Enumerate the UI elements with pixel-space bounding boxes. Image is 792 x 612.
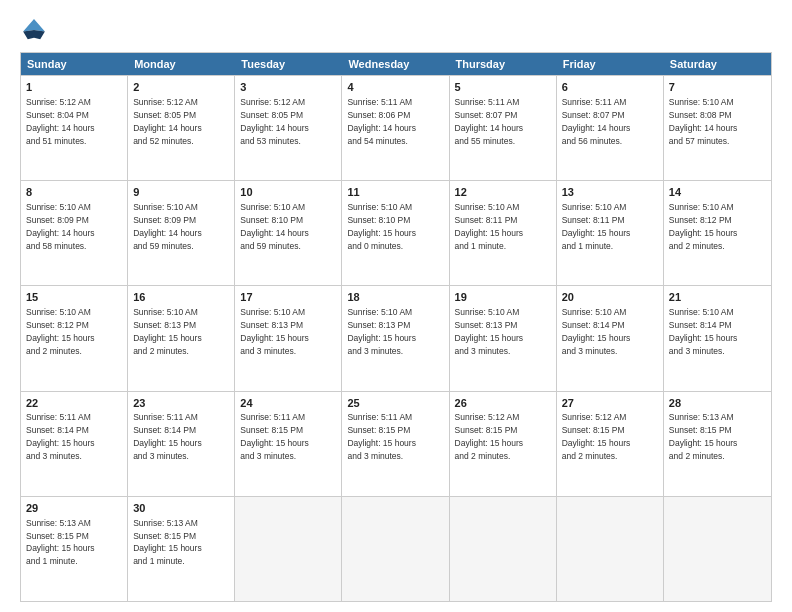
calendar-cell: 9 Sunrise: 5:10 AMSunset: 8:09 PMDayligh… bbox=[128, 181, 235, 285]
cell-info: Sunrise: 5:10 AMSunset: 8:08 PMDaylight:… bbox=[669, 97, 738, 146]
calendar-cell: 10 Sunrise: 5:10 AMSunset: 8:10 PMDaylig… bbox=[235, 181, 342, 285]
day-number: 15 bbox=[26, 290, 122, 305]
cell-info: Sunrise: 5:11 AMSunset: 8:15 PMDaylight:… bbox=[347, 412, 416, 461]
day-number: 1 bbox=[26, 80, 122, 95]
cell-info: Sunrise: 5:10 AMSunset: 8:09 PMDaylight:… bbox=[26, 202, 95, 251]
cell-info: Sunrise: 5:10 AMSunset: 8:14 PMDaylight:… bbox=[669, 307, 738, 356]
day-number: 29 bbox=[26, 501, 122, 516]
calendar-cell: 20 Sunrise: 5:10 AMSunset: 8:14 PMDaylig… bbox=[557, 286, 664, 390]
calendar-header: SundayMondayTuesdayWednesdayThursdayFrid… bbox=[21, 53, 771, 75]
calendar-cell: 8 Sunrise: 5:10 AMSunset: 8:09 PMDayligh… bbox=[21, 181, 128, 285]
calendar: SundayMondayTuesdayWednesdayThursdayFrid… bbox=[20, 52, 772, 602]
header-day-wednesday: Wednesday bbox=[342, 53, 449, 75]
day-number: 4 bbox=[347, 80, 443, 95]
cell-info: Sunrise: 5:10 AMSunset: 8:13 PMDaylight:… bbox=[133, 307, 202, 356]
page: SundayMondayTuesdayWednesdayThursdayFrid… bbox=[0, 0, 792, 612]
day-number: 3 bbox=[240, 80, 336, 95]
cell-info: Sunrise: 5:11 AMSunset: 8:06 PMDaylight:… bbox=[347, 97, 416, 146]
day-number: 10 bbox=[240, 185, 336, 200]
cell-info: Sunrise: 5:13 AMSunset: 8:15 PMDaylight:… bbox=[669, 412, 738, 461]
day-number: 6 bbox=[562, 80, 658, 95]
cell-info: Sunrise: 5:11 AMSunset: 8:14 PMDaylight:… bbox=[26, 412, 95, 461]
calendar-cell: 21 Sunrise: 5:10 AMSunset: 8:14 PMDaylig… bbox=[664, 286, 771, 390]
header-day-friday: Friday bbox=[557, 53, 664, 75]
day-number: 27 bbox=[562, 396, 658, 411]
calendar-cell: 2 Sunrise: 5:12 AMSunset: 8:05 PMDayligh… bbox=[128, 76, 235, 180]
calendar-cell: 15 Sunrise: 5:10 AMSunset: 8:12 PMDaylig… bbox=[21, 286, 128, 390]
cell-info: Sunrise: 5:10 AMSunset: 8:13 PMDaylight:… bbox=[455, 307, 524, 356]
day-number: 12 bbox=[455, 185, 551, 200]
calendar-cell: 12 Sunrise: 5:10 AMSunset: 8:11 PMDaylig… bbox=[450, 181, 557, 285]
calendar-cell: 27 Sunrise: 5:12 AMSunset: 8:15 PMDaylig… bbox=[557, 392, 664, 496]
calendar-cell: 5 Sunrise: 5:11 AMSunset: 8:07 PMDayligh… bbox=[450, 76, 557, 180]
calendar-row-1: 1 Sunrise: 5:12 AMSunset: 8:04 PMDayligh… bbox=[21, 75, 771, 180]
header-day-tuesday: Tuesday bbox=[235, 53, 342, 75]
calendar-row-2: 8 Sunrise: 5:10 AMSunset: 8:09 PMDayligh… bbox=[21, 180, 771, 285]
calendar-cell: 6 Sunrise: 5:11 AMSunset: 8:07 PMDayligh… bbox=[557, 76, 664, 180]
calendar-cell: 29 Sunrise: 5:13 AMSunset: 8:15 PMDaylig… bbox=[21, 497, 128, 601]
header-day-monday: Monday bbox=[128, 53, 235, 75]
day-number: 26 bbox=[455, 396, 551, 411]
day-number: 21 bbox=[669, 290, 766, 305]
logo bbox=[20, 16, 52, 44]
cell-info: Sunrise: 5:12 AMSunset: 8:05 PMDaylight:… bbox=[133, 97, 202, 146]
day-number: 25 bbox=[347, 396, 443, 411]
cell-info: Sunrise: 5:13 AMSunset: 8:15 PMDaylight:… bbox=[26, 518, 95, 567]
calendar-cell bbox=[235, 497, 342, 601]
day-number: 20 bbox=[562, 290, 658, 305]
cell-info: Sunrise: 5:11 AMSunset: 8:07 PMDaylight:… bbox=[562, 97, 631, 146]
day-number: 23 bbox=[133, 396, 229, 411]
day-number: 22 bbox=[26, 396, 122, 411]
calendar-cell bbox=[342, 497, 449, 601]
calendar-cell: 24 Sunrise: 5:11 AMSunset: 8:15 PMDaylig… bbox=[235, 392, 342, 496]
header-day-sunday: Sunday bbox=[21, 53, 128, 75]
cell-info: Sunrise: 5:12 AMSunset: 8:15 PMDaylight:… bbox=[562, 412, 631, 461]
calendar-cell: 17 Sunrise: 5:10 AMSunset: 8:13 PMDaylig… bbox=[235, 286, 342, 390]
calendar-row-4: 22 Sunrise: 5:11 AMSunset: 8:14 PMDaylig… bbox=[21, 391, 771, 496]
day-number: 11 bbox=[347, 185, 443, 200]
calendar-cell: 26 Sunrise: 5:12 AMSunset: 8:15 PMDaylig… bbox=[450, 392, 557, 496]
calendar-cell: 22 Sunrise: 5:11 AMSunset: 8:14 PMDaylig… bbox=[21, 392, 128, 496]
calendar-cell: 1 Sunrise: 5:12 AMSunset: 8:04 PMDayligh… bbox=[21, 76, 128, 180]
day-number: 7 bbox=[669, 80, 766, 95]
calendar-cell bbox=[664, 497, 771, 601]
header-day-saturday: Saturday bbox=[664, 53, 771, 75]
cell-info: Sunrise: 5:10 AMSunset: 8:14 PMDaylight:… bbox=[562, 307, 631, 356]
cell-info: Sunrise: 5:13 AMSunset: 8:15 PMDaylight:… bbox=[133, 518, 202, 567]
day-number: 18 bbox=[347, 290, 443, 305]
day-number: 8 bbox=[26, 185, 122, 200]
calendar-cell bbox=[450, 497, 557, 601]
cell-info: Sunrise: 5:10 AMSunset: 8:11 PMDaylight:… bbox=[455, 202, 524, 251]
calendar-cell: 11 Sunrise: 5:10 AMSunset: 8:10 PMDaylig… bbox=[342, 181, 449, 285]
day-number: 17 bbox=[240, 290, 336, 305]
cell-info: Sunrise: 5:11 AMSunset: 8:15 PMDaylight:… bbox=[240, 412, 309, 461]
calendar-cell bbox=[557, 497, 664, 601]
cell-info: Sunrise: 5:12 AMSunset: 8:05 PMDaylight:… bbox=[240, 97, 309, 146]
calendar-cell: 16 Sunrise: 5:10 AMSunset: 8:13 PMDaylig… bbox=[128, 286, 235, 390]
day-number: 14 bbox=[669, 185, 766, 200]
day-number: 24 bbox=[240, 396, 336, 411]
calendar-cell: 28 Sunrise: 5:13 AMSunset: 8:15 PMDaylig… bbox=[664, 392, 771, 496]
calendar-cell: 30 Sunrise: 5:13 AMSunset: 8:15 PMDaylig… bbox=[128, 497, 235, 601]
cell-info: Sunrise: 5:12 AMSunset: 8:15 PMDaylight:… bbox=[455, 412, 524, 461]
calendar-cell: 18 Sunrise: 5:10 AMSunset: 8:13 PMDaylig… bbox=[342, 286, 449, 390]
header bbox=[20, 16, 772, 44]
calendar-cell: 7 Sunrise: 5:10 AMSunset: 8:08 PMDayligh… bbox=[664, 76, 771, 180]
calendar-cell: 19 Sunrise: 5:10 AMSunset: 8:13 PMDaylig… bbox=[450, 286, 557, 390]
cell-info: Sunrise: 5:10 AMSunset: 8:13 PMDaylight:… bbox=[347, 307, 416, 356]
calendar-cell: 13 Sunrise: 5:10 AMSunset: 8:11 PMDaylig… bbox=[557, 181, 664, 285]
calendar-row-3: 15 Sunrise: 5:10 AMSunset: 8:12 PMDaylig… bbox=[21, 285, 771, 390]
cell-info: Sunrise: 5:11 AMSunset: 8:07 PMDaylight:… bbox=[455, 97, 524, 146]
cell-info: Sunrise: 5:12 AMSunset: 8:04 PMDaylight:… bbox=[26, 97, 95, 146]
day-number: 28 bbox=[669, 396, 766, 411]
day-number: 30 bbox=[133, 501, 229, 516]
cell-info: Sunrise: 5:10 AMSunset: 8:12 PMDaylight:… bbox=[26, 307, 95, 356]
calendar-cell: 14 Sunrise: 5:10 AMSunset: 8:12 PMDaylig… bbox=[664, 181, 771, 285]
calendar-cell: 25 Sunrise: 5:11 AMSunset: 8:15 PMDaylig… bbox=[342, 392, 449, 496]
cell-info: Sunrise: 5:10 AMSunset: 8:12 PMDaylight:… bbox=[669, 202, 738, 251]
calendar-body: 1 Sunrise: 5:12 AMSunset: 8:04 PMDayligh… bbox=[21, 75, 771, 601]
logo-icon bbox=[20, 16, 48, 44]
cell-info: Sunrise: 5:11 AMSunset: 8:14 PMDaylight:… bbox=[133, 412, 202, 461]
day-number: 16 bbox=[133, 290, 229, 305]
day-number: 2 bbox=[133, 80, 229, 95]
